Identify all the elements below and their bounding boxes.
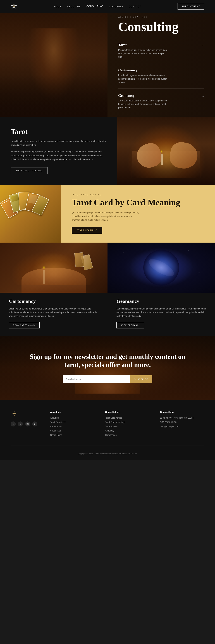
cartomancy-arrow-icon[interactable]: → xyxy=(201,69,204,73)
footer-consult-link-4[interactable]: Astrology xyxy=(105,430,149,432)
cartomancy-content: Cartomancy Lorem vel urna, sed porttitor… xyxy=(0,293,108,336)
tarot-paragraph-2: Nec egestas purus integer placerat, in m… xyxy=(11,150,108,162)
footer-logo[interactable] xyxy=(11,411,39,418)
cartomancy-service-desc: Interdum integer eu arcu ornare aliquam … xyxy=(118,74,168,84)
tarot-heading: Tarot xyxy=(11,127,108,136)
footer-contact-col: Contact Info 123 Fifth Ave, New York, NY… xyxy=(160,411,204,438)
tarot-meaning-description: Quis donec vel quisque fuse malesuada ph… xyxy=(72,211,140,222)
footer-about-link-3[interactable]: Certification xyxy=(50,425,94,428)
hero-section: ADVICE & MEANINGS Consulting Tarot Preti… xyxy=(0,13,215,117)
geomancy-content: Geomancy Donec adipiscing ornare diam fa… xyxy=(108,293,215,336)
footer-about-links: About Me Tarot Experience Certification … xyxy=(50,417,94,436)
geomancy-service-desc: Amet commodo pulvinar etiam aliquet susp… xyxy=(118,99,168,110)
footer-top: f t ▶ About Me About Me Tarot Experience… xyxy=(11,411,204,446)
facebook-icon[interactable]: f xyxy=(11,422,16,426)
newsletter-form: SUBSCRIBE xyxy=(63,375,152,383)
geomancy-visual xyxy=(108,242,215,293)
cartomancy-image xyxy=(0,242,108,293)
footer-contact-phone: (+1) 22456 73 90 xyxy=(160,421,204,424)
nav-about[interactable]: ABOUT ME xyxy=(67,5,81,8)
hero-services: Tarot Pretium fermentum, et netus tellus… xyxy=(118,43,204,114)
cartomancy-service-name: Cartomancy xyxy=(118,68,204,72)
two-col-section: Cartomancy Lorem vel urna, sed porttitor… xyxy=(0,242,215,336)
tarot-meaning-eyebrow: TAROT CARD MEANING xyxy=(72,194,204,196)
nav-links: HOME ABOUT ME CONSULTING COACHING CONTAC… xyxy=(54,5,141,8)
geomancy-service-name: Geomancy xyxy=(118,94,204,98)
footer-consult-link-1[interactable]: Tarot Card Advice xyxy=(105,417,149,419)
tarot-section: Tarot Hac elit lectus urna amet, nulla v… xyxy=(0,117,215,185)
navigation: HOME ABOUT ME CONSULTING COACHING CONTAC… xyxy=(0,0,215,13)
nav-contact[interactable]: CONTACT xyxy=(129,5,141,8)
tarot-cards-visual xyxy=(0,185,61,242)
hero-eyebrow: ADVICE & MEANINGS xyxy=(118,16,204,18)
footer-about-link-1[interactable]: About Me xyxy=(50,417,94,419)
svg-point-9 xyxy=(28,424,28,424)
footer-logo-col: f t ▶ xyxy=(11,411,39,438)
tarot-right-image xyxy=(117,117,215,185)
cartomancy-description: Lorem vel urna, sed porttitor platea vit… xyxy=(9,307,99,318)
cartomancy-col: Cartomancy Lorem vel urna, sed porttitor… xyxy=(0,242,108,336)
footer-consultation-links: Tarot Card Advice Tarot Card Meanings Ta… xyxy=(105,417,149,436)
footer-about-col: About Me About Me Tarot Experience Certi… xyxy=(50,411,94,438)
twitter-icon[interactable]: t xyxy=(18,422,23,426)
geomancy-image xyxy=(108,242,215,293)
geomancy-arrow-icon[interactable]: → xyxy=(201,94,204,98)
tarot-meaning-content: TAROT CARD MEANING Tarot Card by Card Me… xyxy=(61,185,215,242)
tarot-hands-image xyxy=(117,117,215,185)
tarot-arrow-icon[interactable]: → xyxy=(201,44,204,48)
geomancy-description: Donec adipiscing ornare diam faucibus ve… xyxy=(116,307,206,318)
footer-about-link-5[interactable]: Get in Touch xyxy=(50,434,94,436)
nav-home[interactable]: HOME xyxy=(54,5,61,8)
cartomancy-title: Cartomancy xyxy=(9,298,99,304)
newsletter-title: Sign up for my newsletter and get monthl… xyxy=(22,352,193,369)
geomancy-col: Geomancy Donec adipiscing ornare diam fa… xyxy=(108,242,215,336)
tarot-left-content: Tarot Hac elit lectus urna amet, nulla v… xyxy=(0,117,117,185)
appointment-button[interactable]: APPOINTMENT xyxy=(177,3,204,10)
hero-content: ADVICE & MEANINGS Consulting Tarot Preti… xyxy=(0,16,215,114)
footer-consult-link-5[interactable]: Horoscopes xyxy=(105,434,149,436)
hero-title: Consulting xyxy=(118,20,204,34)
footer-contact-address: 123 Fifth Ave, New York, NY 12004 xyxy=(160,417,204,419)
logo[interactable] xyxy=(11,3,17,10)
footer-consult-link-2[interactable]: Tarot Card Meanings xyxy=(105,421,149,424)
footer: f t ▶ About Me About Me Tarot Experience… xyxy=(0,400,215,460)
svg-point-8 xyxy=(27,424,28,424)
nav-coaching[interactable]: COACHING xyxy=(109,5,123,8)
newsletter-content: Sign up for my newsletter and get monthl… xyxy=(0,342,215,394)
hero-service-geomancy: Geomancy Amet commodo pulvinar etiam ali… xyxy=(118,94,204,114)
footer-contact-email: mail@example.com xyxy=(160,425,204,428)
youtube-icon[interactable]: ▶ xyxy=(32,422,37,426)
instagram-icon[interactable] xyxy=(25,422,30,426)
footer-contact-heading: Contact Info xyxy=(160,411,204,414)
start-learning-button[interactable]: START LEARNING xyxy=(72,227,102,234)
footer-consultation-col: Consultation Tarot Card Advice Tarot Car… xyxy=(105,411,149,438)
footer-consultation-heading: Consultation xyxy=(105,411,149,414)
geomancy-title: Geomancy xyxy=(116,298,206,304)
newsletter-subscribe-button[interactable]: SUBSCRIBE xyxy=(130,375,152,383)
footer-about-heading: About Me xyxy=(50,411,94,414)
footer-copyright: Copyright © 2021 Tarot Card Reader Power… xyxy=(78,452,137,455)
tarot-service-name: Tarot xyxy=(118,43,204,47)
footer-contact-info: 123 Fifth Ave, New York, NY 12004 (+1) 2… xyxy=(160,417,204,428)
tarot-cards-image xyxy=(0,185,61,242)
hero-service-tarot: Tarot Pretium fermentum, et netus tellus… xyxy=(118,43,204,63)
footer-bottom: Copyright © 2021 Tarot Card Reader Power… xyxy=(11,452,204,455)
footer-consult-link-3[interactable]: Tarot Spreads xyxy=(105,425,149,428)
footer-social: f t ▶ xyxy=(11,422,39,426)
tarot-meaning-title: Tarot Card by Card Meaning xyxy=(72,198,204,207)
footer-about-link-4[interactable]: Capabilities xyxy=(50,430,94,432)
nav-consulting[interactable]: CONSULTING xyxy=(86,5,103,8)
book-geomancy-button[interactable]: BOOK GEOMANCY xyxy=(116,322,144,328)
newsletter-section: Sign up for my newsletter and get monthl… xyxy=(0,336,215,400)
tarot-meaning-section: TAROT CARD MEANING Tarot Card by Card Me… xyxy=(0,185,215,242)
tarot-service-desc: Pretium fermentum, et netus tellus sed p… xyxy=(118,48,168,59)
newsletter-email-input[interactable] xyxy=(63,375,130,383)
tarot-paragraph-1: Hac elit lectus urna amet, nulla varius … xyxy=(11,139,108,147)
footer-about-link-2[interactable]: Tarot Experience xyxy=(50,421,94,424)
hero-service-cartomancy: Cartomancy Interdum integer eu arcu orna… xyxy=(118,68,204,88)
svg-rect-7 xyxy=(27,423,29,425)
book-tarot-button[interactable]: BOOK TAROT READING xyxy=(11,167,48,174)
cartomancy-visual xyxy=(0,242,108,293)
book-cartomancy-button[interactable]: BOOK CARTOMANCY xyxy=(9,322,40,328)
